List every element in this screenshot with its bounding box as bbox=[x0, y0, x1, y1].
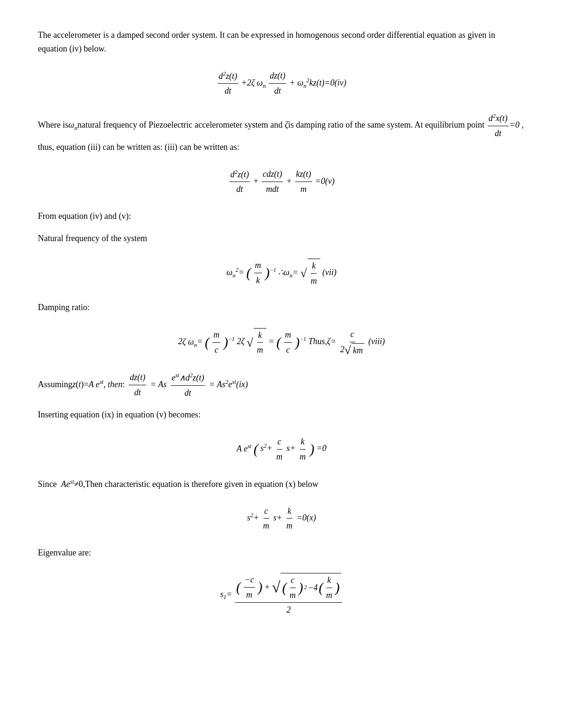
assuming-paragraph: Assumingz(t)=A est, then: dz(t) dt = As … bbox=[38, 371, 525, 400]
equation-viii: 2ζ ωn= ( m c )−1 2ζ √ k m = ( m bbox=[38, 328, 525, 357]
since-text: Since Aest≠0,Then characteristic equatio… bbox=[38, 479, 318, 489]
assuming-text: Assumingz(t)=A est, then: bbox=[38, 380, 125, 389]
where-paragraph: Where isωnnatural frequency of Piezoelec… bbox=[38, 111, 525, 154]
equation-v: d2z(t) dt + cdz(t) mdt + kz(t) m =0(v) bbox=[38, 167, 525, 197]
equation-s1: s1= ( −c m ) + √ ( c bbox=[38, 573, 525, 617]
from-eq-text: From equation (iv) and (v): bbox=[38, 211, 131, 221]
equation-vii: ωn2= ( m k )−1 ∴ωn= √ k m (vii) bbox=[38, 259, 525, 288]
intro-text: The accelerometer is a damped second ord… bbox=[38, 30, 495, 53]
from-equation: From equation (iv) and (v): bbox=[38, 209, 525, 223]
equation-iv: d2z(t) dt +2ζ ωn dz(t) dt + ωn2kz(t)=0(i… bbox=[38, 69, 525, 98]
inserting-text: Inserting equation (ix) in equation (v) … bbox=[38, 410, 201, 419]
where-text: Where isωnnatural frequency of Piezoelec… bbox=[38, 120, 487, 130]
damping-label: Damping ratio: bbox=[38, 301, 525, 314]
equation-x: s2+ c m s+ k m =0(x) bbox=[38, 504, 525, 533]
nat-freq-text: Natural frequency of the system bbox=[38, 234, 147, 243]
eigenvalue-paragraph: Eigenvalue are: bbox=[38, 546, 525, 560]
page-content: The accelerometer is a damped second ord… bbox=[38, 28, 525, 617]
damping-text: Damping ratio: bbox=[38, 303, 89, 312]
inserting-paragraph: Inserting equation (ix) in equation (v) … bbox=[38, 408, 525, 422]
equation-aest: A est ( s2+ c m s+ k m ) =0 bbox=[38, 435, 525, 464]
eigenvalue-text: Eigenvalue are: bbox=[38, 548, 91, 557]
since-paragraph: Since Aest≠0,Then characteristic equatio… bbox=[38, 477, 525, 491]
intro-paragraph: The accelerometer is a damped second ord… bbox=[38, 28, 525, 56]
nat-freq-label: Natural frequency of the system bbox=[38, 232, 525, 245]
